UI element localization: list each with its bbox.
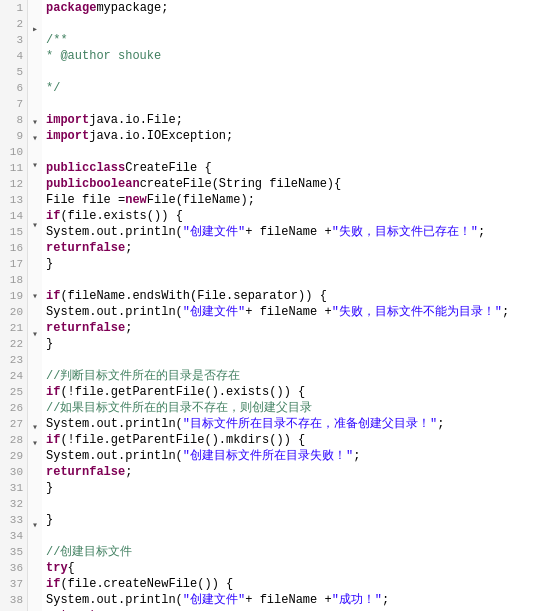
code-line: } xyxy=(46,480,558,496)
pl-token: (file.createNewFile()) { xyxy=(60,576,233,592)
line-number: 38 xyxy=(0,592,27,608)
code-line: //如果目标文件所在的目录不存在，则创建父目录 xyxy=(46,400,558,416)
st-token: "目标文件所在目录不存在，准备创建父目录！" xyxy=(183,416,437,432)
fold-marker[interactable]: ▾ xyxy=(28,158,42,174)
line-number: 20 xyxy=(0,304,27,320)
code-line: public boolean createFile(String fileNam… xyxy=(46,176,558,192)
line-number: 34 xyxy=(0,528,27,544)
fold-marker[interactable]: ▾ xyxy=(28,218,42,234)
fold-marker[interactable]: ▾ xyxy=(28,131,42,147)
line-number: 4 xyxy=(0,48,27,64)
code-line: public class CreateFile { xyxy=(46,160,558,176)
kw-token: false xyxy=(89,320,125,336)
fold-marker[interactable]: ▾ xyxy=(28,327,42,343)
kw-token: false xyxy=(89,240,125,256)
fold-marker xyxy=(28,485,42,496)
code-line xyxy=(46,144,558,160)
fold-marker xyxy=(28,278,42,289)
fold-marker xyxy=(28,567,42,578)
pl-token: System.out.println( xyxy=(46,592,183,608)
line-number: 35 xyxy=(0,544,27,560)
code-line xyxy=(46,352,558,368)
fold-marker[interactable]: ▾ xyxy=(28,518,42,534)
pl-token: (fileName.endsWith(File.separator)) { xyxy=(60,288,326,304)
kw-token: return xyxy=(46,464,89,480)
fold-marker xyxy=(28,267,42,278)
fold-marker xyxy=(28,474,42,485)
line-number: 28 xyxy=(0,432,27,448)
line-number: 23 xyxy=(0,352,27,368)
kw-token: if xyxy=(46,576,60,592)
pl-token: java.io.IOException; xyxy=(89,128,233,144)
fold-marker[interactable]: ▾ xyxy=(28,115,42,131)
line-number: 9 xyxy=(0,128,27,144)
fold-gutter[interactable]: ▸▾▾▾▾▾▾▾▾▾ xyxy=(28,0,42,611)
pl-token: ; xyxy=(382,592,389,608)
kw-token: import xyxy=(46,112,89,128)
pl-token: ; xyxy=(353,448,360,464)
kw-token: if xyxy=(46,208,60,224)
fold-marker xyxy=(28,305,42,316)
fold-marker xyxy=(28,398,42,409)
code-line: } xyxy=(46,336,558,352)
pl-token: } xyxy=(46,256,53,272)
line-number: 11 xyxy=(0,160,27,176)
cm-token: * @author shouke xyxy=(46,48,161,64)
pl-token: ; xyxy=(478,224,485,240)
kw-token: package xyxy=(46,0,96,16)
st-token: "失败，目标文件已存在！" xyxy=(332,224,478,240)
kw-token: public xyxy=(46,176,89,192)
line-number: 5 xyxy=(0,64,27,80)
code-line xyxy=(46,528,558,544)
st-token: "创建文件" xyxy=(183,224,245,240)
fold-marker xyxy=(28,452,42,463)
fold-marker xyxy=(28,600,42,611)
code-line: if (file.createNewFile()) { xyxy=(46,576,558,592)
line-number: 21 xyxy=(0,320,27,336)
pl-token: System.out.println( xyxy=(46,224,183,240)
fold-marker xyxy=(28,38,42,49)
fold-marker xyxy=(28,93,42,104)
pl-token: { xyxy=(68,560,75,576)
fold-marker xyxy=(28,463,42,474)
cm-token: //创建目标文件 xyxy=(46,544,132,560)
pl-token: (!file.getParentFile().exists()) { xyxy=(60,384,305,400)
pl-token: java.io.File; xyxy=(89,112,183,128)
fold-marker xyxy=(28,256,42,267)
code-line: return false; xyxy=(46,320,558,336)
kw-token: return xyxy=(46,320,89,336)
line-number: 7 xyxy=(0,96,27,112)
fold-marker[interactable]: ▸ xyxy=(28,22,42,38)
code-line xyxy=(46,64,558,80)
fold-marker xyxy=(28,196,42,207)
pl-token: ; xyxy=(125,464,132,480)
line-number: 36 xyxy=(0,560,27,576)
kw-token: import xyxy=(46,128,89,144)
code-line: System.out.println("创建文件" + fileName + "… xyxy=(46,304,558,320)
fold-marker xyxy=(28,496,42,507)
pl-token: } xyxy=(46,512,53,528)
line-number: 26 xyxy=(0,400,27,416)
code-line: try { xyxy=(46,560,558,576)
fold-marker xyxy=(28,82,42,93)
line-number: 15 xyxy=(0,224,27,240)
line-number: 12 xyxy=(0,176,27,192)
pl-token: + fileName + xyxy=(245,304,331,320)
line-number-gutter: 1234567891011121314151617181920212223242… xyxy=(0,0,28,611)
line-number: 13 xyxy=(0,192,27,208)
fold-marker[interactable]: ▾ xyxy=(28,420,42,436)
st-token: "创建文件" xyxy=(183,304,245,320)
fold-marker[interactable]: ▾ xyxy=(28,289,42,305)
fold-marker[interactable]: ▾ xyxy=(28,436,42,452)
fold-marker xyxy=(28,0,42,11)
pl-token: ; xyxy=(125,320,132,336)
kw-token: boolean xyxy=(89,176,139,192)
code-line: if(!file.getParentFile().mkdirs()) { xyxy=(46,432,558,448)
line-number: 18 xyxy=(0,272,27,288)
st-token: "成功！" xyxy=(332,592,382,608)
line-number: 31 xyxy=(0,480,27,496)
line-number: 3 xyxy=(0,32,27,48)
fold-marker xyxy=(28,234,42,245)
line-number: 8 xyxy=(0,112,27,128)
line-number: 16 xyxy=(0,240,27,256)
